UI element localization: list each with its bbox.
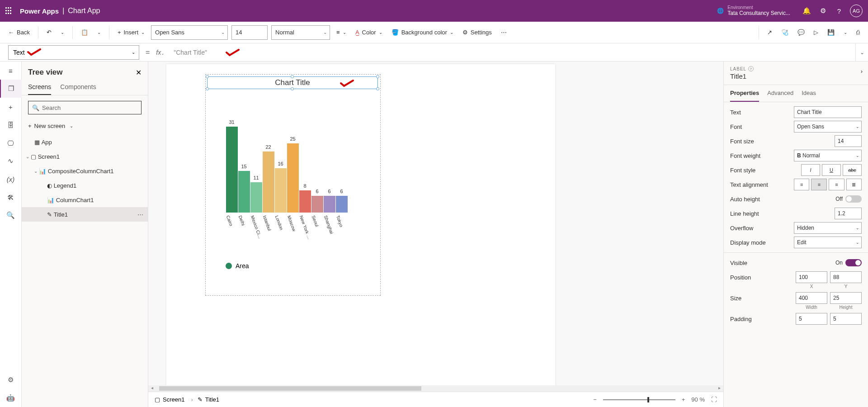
prop-font-input[interactable]: Open Sans⌄ (794, 121, 862, 133)
rail-hamburger-icon[interactable]: ≡ (0, 62, 22, 80)
close-icon[interactable]: ✕ (136, 68, 142, 77)
tree-item-chart[interactable]: ⌄ 📊 CompositeColumnChart1 (22, 164, 148, 178)
rail-search-icon[interactable]: 🔍 (0, 206, 22, 224)
fx-icon[interactable]: fx⌄ (156, 49, 165, 56)
tree-item-app[interactable]: ▦ App (22, 135, 148, 149)
new-screen-button[interactable]: + New screen ⌄ (22, 120, 148, 132)
avatar[interactable]: AG (850, 5, 863, 17)
chevron-down-icon[interactable]: ⌄ (33, 169, 39, 174)
prop-size-w-input[interactable]: 400 (796, 292, 827, 304)
prop-fontstyle-buttons[interactable]: I U abc (801, 164, 862, 176)
font-selector[interactable]: Open Sans ⌄ (151, 25, 228, 40)
undo-dropdown[interactable]: ⌄ (58, 28, 67, 37)
tab-screens[interactable]: Screens (28, 80, 51, 95)
tree-item-legend[interactable]: ◐ Legend1 (22, 178, 148, 193)
property-selector[interactable]: Text ⌄ (8, 45, 139, 60)
composite-chart-control[interactable]: Chart Title 3115112216258666 CairoDelhiM… (205, 74, 381, 296)
chart-bar[interactable]: 31 (226, 127, 238, 213)
fit-screen-button[interactable]: ⛶ (711, 396, 717, 403)
strike-button[interactable]: abc (843, 164, 862, 176)
breadcrumb-screen[interactable]: ▢ Screen1 (155, 396, 184, 403)
prop-padding-t-input[interactable]: 5 (796, 313, 827, 325)
paste-dropdown[interactable]: ⌄ (94, 28, 104, 37)
chart-bar[interactable]: 16 (274, 168, 287, 213)
font-size-selector[interactable]: 14 (231, 25, 268, 40)
italic-button[interactable]: I (801, 164, 820, 176)
column-chart[interactable]: 3115112216258666 (226, 118, 353, 213)
prop-padding-b-input[interactable]: 5 (830, 313, 862, 325)
rail-media-icon[interactable]: 🖵 (0, 134, 22, 152)
share-button[interactable]: ↗ (764, 27, 775, 38)
checker-button[interactable]: 🩺 (778, 27, 791, 38)
publish-button[interactable]: ⎙ (854, 27, 863, 38)
prop-align-buttons[interactable]: ≡ ≡ ≡ ≣ (794, 179, 862, 190)
rail-ask-icon[interactable]: 🤖 (0, 389, 22, 407)
tree-item-screen1[interactable]: ⌄ ▢ Screen1 (22, 149, 148, 164)
align-justify-button[interactable]: ≣ (846, 179, 862, 190)
font-weight-selector[interactable]: Normal ⌄ (271, 25, 330, 40)
rail-settings-icon[interactable]: ⚙ (0, 371, 22, 389)
artboard[interactable]: Chart Title 3115112216258666 CairoDelhiM… (166, 64, 555, 392)
zoom-in-button[interactable]: + (682, 396, 685, 403)
tree-search-input[interactable]: 🔍 Search (28, 101, 142, 114)
chart-bar[interactable]: 22 (262, 151, 274, 213)
chart-bar[interactable]: 25 (287, 143, 299, 213)
chart-bar[interactable]: 6 (323, 196, 335, 213)
tab-advanced[interactable]: Advanced (767, 85, 793, 102)
chart-title-control[interactable]: Chart Title (207, 76, 378, 89)
collapse-panel-icon[interactable]: › (861, 68, 863, 75)
notifications-icon[interactable]: 🔔 (798, 7, 815, 15)
overflow-button[interactable]: ⋯ (498, 27, 509, 38)
chart-bar[interactable]: 6 (335, 196, 348, 213)
comments-button[interactable]: 💬 (795, 27, 807, 38)
help-icon[interactable]: ? (831, 7, 847, 15)
save-button[interactable]: 💾 (825, 27, 837, 38)
tab-ideas[interactable]: Ideas (802, 85, 816, 102)
chart-bar[interactable]: 11 (250, 182, 262, 213)
settings-icon[interactable]: ⚙ (815, 7, 831, 15)
chart-bar[interactable]: 15 (238, 171, 250, 213)
prop-position-x-input[interactable]: 100 (796, 271, 827, 283)
prop-fontweight-input[interactable]: B Normal⌄ (794, 150, 862, 161)
tab-components[interactable]: Components (60, 80, 96, 95)
info-icon[interactable]: ? (748, 66, 754, 71)
prop-visible-toggle[interactable] (845, 259, 862, 266)
bgcolor-button[interactable]: 🪣 Background color ⌄ (389, 27, 456, 38)
tree-item-columnchart[interactable]: 📊 ColumnChart1 (22, 193, 148, 207)
prop-lineheight-input[interactable]: 1.2 (835, 208, 862, 219)
rail-insert-icon[interactable]: + (0, 98, 22, 116)
canvas[interactable]: Chart Title 3115112216258666 CairoDelhiM… (148, 62, 723, 392)
breadcrumb-title[interactable]: ✎ Title1 (198, 396, 219, 403)
brand[interactable]: Power Apps (20, 7, 59, 15)
underline-button[interactable]: U (822, 164, 841, 176)
environment-picker[interactable]: 🌐 Environment Tata Consultancy Servic... (717, 5, 790, 16)
formula-input[interactable]: "Chart Title" (170, 49, 855, 56)
rail-tools-icon[interactable]: 🛠 (0, 188, 22, 206)
app-launcher-icon[interactable] (5, 7, 13, 14)
prop-position-y-input[interactable]: 88 (830, 271, 862, 283)
back-button[interactable]: ← Back (5, 27, 33, 38)
rail-flows-icon[interactable]: ∿ (0, 152, 22, 170)
align-center-button[interactable]: ≡ (811, 179, 827, 190)
zoom-slider[interactable] (603, 399, 675, 400)
save-dropdown[interactable]: ⌄ (841, 28, 850, 37)
chevron-down-icon[interactable]: ⌄ (24, 154, 31, 159)
align-left-button[interactable]: ≡ (794, 179, 809, 190)
canvas-horizontal-scrollbar[interactable]: ◂ ▸ (148, 385, 723, 392)
tree-item-title1[interactable]: ✎ Title1 ⋯ (22, 207, 148, 222)
settings-button[interactable]: ⚙ Settings (460, 27, 495, 38)
rail-data-icon[interactable]: 🗄 (0, 116, 22, 134)
prop-overflow-input[interactable]: Hidden⌄ (794, 222, 862, 234)
chart-legend[interactable]: Area (226, 262, 249, 270)
formula-expand-button[interactable]: ⌄ (855, 44, 868, 61)
prop-text-input[interactable]: Chart Title (794, 106, 862, 118)
undo-button[interactable]: ↶ (44, 27, 54, 38)
align-right-button[interactable]: ≡ (829, 179, 844, 190)
zoom-out-button[interactable]: − (593, 396, 597, 403)
prop-fontsize-input[interactable]: 14 (835, 135, 862, 147)
chart-bar[interactable]: 8 (299, 190, 311, 213)
prop-autoheight-toggle[interactable] (845, 195, 862, 203)
preview-button[interactable]: ▷ (811, 27, 821, 38)
prop-size-h-input[interactable]: 25 (830, 292, 862, 304)
align-button[interactable]: ≡ ⌄ (334, 27, 349, 38)
